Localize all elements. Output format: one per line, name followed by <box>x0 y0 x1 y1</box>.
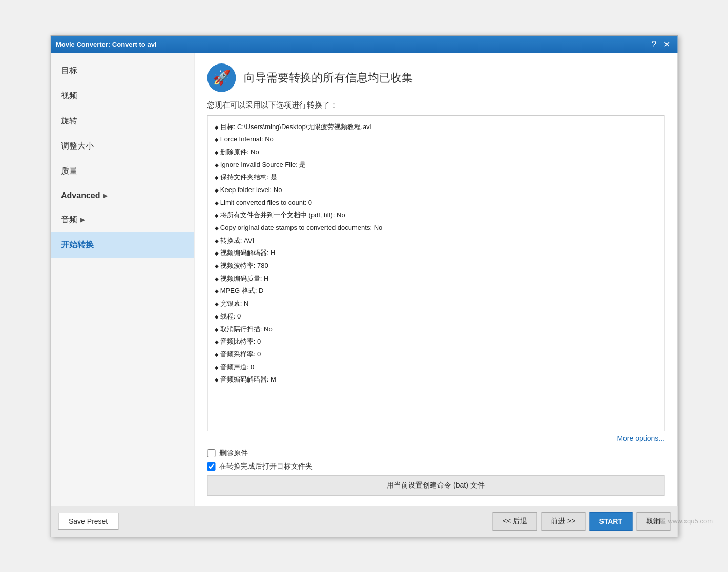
audio-arrow-icon: ▶ <box>80 216 85 223</box>
sidebar-item-resize[interactable]: 调整大小 <box>51 134 194 159</box>
list-item: 视频编码解码器: H <box>215 247 657 260</box>
list-item: 线程: 0 <box>215 310 657 323</box>
sidebar-item-rotate[interactable]: 旋转 <box>51 109 194 134</box>
sidebar-label-video: 视频 <box>61 91 77 101</box>
list-item: 音频比特率: 0 <box>215 335 657 348</box>
open-folder-checkbox[interactable] <box>207 462 215 471</box>
list-item: 音频采样率: 0 <box>215 348 657 361</box>
sidebar: 目标 视频 旋转 调整大小 质量 Advanced ▶ 音频 ▶ <box>51 53 194 506</box>
bat-button[interactable]: 用当前设置创建命令 (bat) 文件 <box>207 475 664 496</box>
back-button[interactable]: << 后退 <box>493 512 537 531</box>
window-body: 目标 视频 旋转 调整大小 质量 Advanced ▶ 音频 ▶ <box>51 53 677 506</box>
close-button[interactable]: ✕ <box>661 40 672 49</box>
list-item: Ignore Invalid Source File: 是 <box>215 159 657 172</box>
list-item: 将所有文件合并到一个文档中 (pdf, tiff): No <box>215 209 657 222</box>
list-item: Limit converted files to count: 0 <box>215 197 657 209</box>
start-button[interactable]: START <box>589 512 632 531</box>
sidebar-label-advanced: Advanced <box>61 191 100 200</box>
info-box[interactable]: 目标: C:\Users\ming\Desktop\无限疲劳视频教程.aviFo… <box>207 115 664 431</box>
sidebar-item-start[interactable]: 开始转换 <box>51 232 194 258</box>
advanced-arrow-icon: ▶ <box>103 192 108 199</box>
options-area: 删除原件 在转换完成后打开目标文件夹 <box>207 449 664 471</box>
header-title: 向导需要转换的所有信息均已收集 <box>244 70 413 86</box>
list-item: MPEG 格式: D <box>215 285 657 298</box>
sidebar-label-rotate: 旋转 <box>61 116 77 126</box>
list-item: Keep folder level: No <box>215 184 657 197</box>
list-item: 删除原件: No <box>215 146 657 159</box>
delete-original-row[interactable]: 删除原件 <box>207 449 664 458</box>
title-bar: Movie Converter: Convert to avi ? ✕ <box>51 36 677 53</box>
open-folder-row[interactable]: 在转换完成后打开目标文件夹 <box>207 462 664 471</box>
title-bar-left: Movie Converter: Convert to avi <box>56 40 157 48</box>
list-item: 目标: C:\Users\ming\Desktop\无限疲劳视频教程.avi <box>215 121 657 134</box>
save-preset-button[interactable]: Save Preset <box>58 513 118 530</box>
info-list: 目标: C:\Users\ming\Desktop\无限疲劳视频教程.aviFo… <box>215 121 657 386</box>
more-options-area: More options... <box>207 431 664 446</box>
list-item: 音频声道: 0 <box>215 361 657 374</box>
main-window: Movie Converter: Convert to avi ? ✕ 目标 视… <box>50 35 678 537</box>
forward-button[interactable]: 前进 >> <box>541 512 585 531</box>
delete-original-label: 删除原件 <box>219 449 248 458</box>
sidebar-label-start: 开始转换 <box>61 240 94 250</box>
main-content: 🚀 向导需要转换的所有信息均已收集 您现在可以采用以下选项进行转换了： 目标: … <box>194 53 677 506</box>
delete-original-checkbox[interactable] <box>207 449 215 457</box>
subtitle: 您现在可以采用以下选项进行转换了： <box>207 100 664 110</box>
sidebar-label-resize: 调整大小 <box>61 141 94 152</box>
list-item: 保持文件夹结构: 是 <box>215 171 657 184</box>
sidebar-item-video[interactable]: 视频 <box>51 83 194 109</box>
open-folder-label: 在转换完成后打开目标文件夹 <box>219 462 313 471</box>
sidebar-item-quality[interactable]: 质量 <box>51 159 194 184</box>
list-item: 宽银幕: N <box>215 298 657 310</box>
sidebar-item-audio[interactable]: 音频 ▶ <box>51 207 194 232</box>
title-bar-controls: ? ✕ <box>650 40 672 49</box>
header-section: 🚀 向导需要转换的所有信息均已收集 <box>207 63 664 92</box>
sidebar-item-target[interactable]: 目标 <box>51 58 194 83</box>
sidebar-label-quality: 质量 <box>61 166 77 177</box>
more-options-link[interactable]: More options... <box>617 434 664 442</box>
help-button[interactable]: ? <box>650 40 658 49</box>
sidebar-label-audio: 音频 <box>61 215 77 225</box>
list-item: 取消隔行扫描: No <box>215 323 657 336</box>
cancel-button[interactable]: 取消 <box>636 512 670 531</box>
list-item: 视频编码质量: H <box>215 272 657 285</box>
list-item: 转换成: AVI <box>215 235 657 247</box>
list-item: 音频编码解码器: M <box>215 373 657 386</box>
footer-right: << 后退 前进 >> START 取消 <box>493 512 670 531</box>
list-item: 视频波特率: 780 <box>215 260 657 272</box>
window-title: Movie Converter: Convert to avi <box>56 40 157 48</box>
rocket-icon: 🚀 <box>207 63 236 92</box>
sidebar-label-target: 目标 <box>61 66 77 76</box>
sidebar-item-advanced[interactable]: Advanced ▶ <box>51 184 194 207</box>
list-item: Copy original date stamps to converted d… <box>215 222 657 235</box>
footer: Save Preset << 后退 前进 >> START 取消 <box>51 506 677 537</box>
list-item: Force Internal: No <box>215 133 657 146</box>
